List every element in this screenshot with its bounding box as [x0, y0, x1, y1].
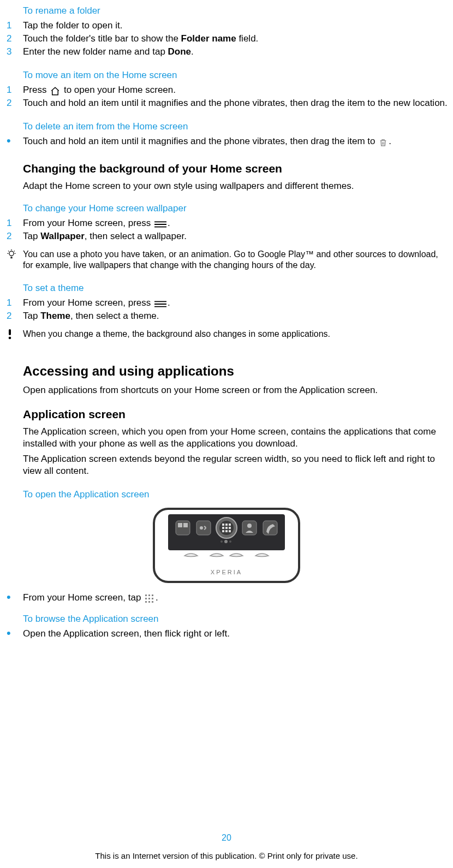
heading-application-screen: Application screen	[23, 407, 453, 421]
page-number: 20	[0, 833, 453, 843]
bullet-icon: •	[0, 592, 23, 603]
step-number: 2	[0, 230, 23, 242]
warning-text: When you change a theme, the background …	[23, 329, 453, 340]
heading-delete-item: To delete an item from the Home screen	[23, 121, 453, 132]
text-bold: Folder name	[181, 33, 236, 44]
svg-rect-19	[225, 530, 228, 532]
svg-point-9	[200, 526, 203, 530]
tip-note: You can use a photo you have taken, or a…	[0, 249, 453, 271]
paragraph: The Application screen extends beyond th…	[23, 453, 450, 477]
svg-point-2	[9, 337, 11, 340]
text-post: field.	[236, 33, 259, 44]
heading-rename-folder: To rename a folder	[23, 5, 453, 16]
step-text: Touch and hold an item until it magnifie…	[23, 97, 453, 109]
svg-rect-13	[225, 524, 228, 526]
step-text: Tap Wallpaper, then select a wallpaper.	[23, 230, 453, 242]
svg-rect-35	[148, 601, 150, 603]
svg-rect-30	[152, 594, 153, 596]
text-pre: Press	[23, 85, 49, 95]
phone-illustration: XPERIA	[0, 508, 453, 586]
svg-rect-5	[176, 521, 190, 535]
step-text: Touch and hold an item until it magnifie…	[23, 135, 453, 147]
paragraph: Adapt the Home screen to your own style …	[23, 180, 450, 192]
step-number: 1	[0, 84, 23, 96]
heading-browse-app-screen: To browse the Application screen	[23, 614, 453, 625]
warning-note: When you change a theme, the background …	[0, 329, 453, 342]
tip-icon	[0, 249, 23, 262]
svg-point-0	[9, 251, 14, 255]
step-number: 2	[0, 310, 23, 322]
menu-icon	[154, 221, 166, 228]
list-item: • Open the Application screen, then flic…	[0, 628, 453, 640]
svg-rect-1	[9, 329, 11, 335]
text-post: .	[156, 592, 158, 603]
svg-text:XPERIA: XPERIA	[211, 569, 242, 575]
heading-set-theme: To set a theme	[23, 283, 453, 294]
text-pre: Tap	[23, 231, 40, 241]
step-number: 1	[0, 297, 23, 309]
step-number: 1	[0, 217, 23, 229]
footer-text: This is an Internet version of this publ…	[0, 851, 453, 860]
list-item: 1 Tap the folder to open it.	[0, 20, 453, 32]
svg-point-26	[229, 540, 231, 543]
text-post: .	[191, 46, 194, 57]
text-pre: Touch the folder's title bar to show the	[23, 33, 181, 44]
text-pre: Enter the new folder name and tap	[23, 46, 168, 57]
svg-rect-7	[183, 523, 188, 527]
svg-rect-8	[196, 521, 211, 535]
apps-grid-icon	[145, 594, 154, 604]
step-text: Enter the new folder name and tap Done.	[23, 46, 453, 58]
bullet-icon: •	[0, 135, 23, 146]
menu-icon	[154, 300, 166, 308]
text-post: , then select a theme.	[70, 311, 159, 321]
heading-change-wallpaper: To change your Home screen wallpaper	[23, 203, 453, 214]
list-item: 1 From your Home screen, press .	[0, 217, 453, 229]
text-bold: Wallpaper	[40, 231, 85, 241]
list-item: • Touch and hold an item until it magnif…	[0, 135, 453, 147]
step-text: Tap the folder to open it.	[23, 20, 453, 32]
svg-rect-34	[145, 601, 147, 603]
home-icon	[50, 86, 60, 96]
step-text: Tap Theme, then select a theme.	[23, 310, 453, 322]
svg-rect-15	[222, 527, 224, 529]
content: To rename a folder 1 Tap the folder to o…	[0, 5, 453, 640]
step-text: Touch the folder's title bar to show the…	[23, 33, 453, 45]
svg-rect-12	[222, 524, 224, 526]
step-number: 1	[0, 20, 23, 32]
heading-accessing-apps: Accessing and using applications	[23, 364, 453, 379]
step-number: 2	[0, 97, 23, 109]
step-text: Open the Application screen, then flick …	[23, 628, 453, 640]
svg-rect-18	[222, 530, 224, 532]
text-pre: Touch and hold an item until it magnifie…	[23, 136, 378, 146]
list-item: 2 Touch and hold an item until it magnif…	[0, 97, 453, 109]
text-post: .	[389, 136, 391, 146]
text-pre: From your Home screen, tap	[23, 592, 144, 603]
svg-rect-32	[148, 598, 150, 599]
step-text: From your Home screen, press .	[23, 297, 453, 309]
heading-open-app-screen: To open the Application screen	[23, 489, 453, 500]
trash-icon	[379, 138, 388, 147]
step-text: From your Home screen, press .	[23, 217, 453, 229]
step-text: Press to open your Home screen.	[23, 84, 453, 96]
svg-rect-29	[148, 594, 150, 596]
svg-point-25	[220, 540, 223, 543]
step-text: From your Home screen, tap .	[23, 592, 453, 604]
svg-point-22	[247, 524, 252, 528]
warning-icon	[0, 329, 23, 342]
text-pre: Tap	[23, 311, 40, 321]
list-item: 2 Tap Wallpaper, then select a wallpaper…	[0, 230, 453, 242]
list-item: 1 Press to open your Home screen.	[0, 84, 453, 96]
list-item: • From your Home screen, tap .	[0, 592, 453, 604]
step-number: 3	[0, 46, 23, 58]
text-post: , then select a wallpaper.	[85, 231, 187, 241]
svg-rect-20	[229, 530, 231, 532]
list-item: 2 Touch the folder's title bar to show t…	[0, 33, 453, 45]
svg-point-24	[224, 540, 228, 543]
text-bold: Theme	[40, 311, 70, 321]
paragraph: The Application screen, which you open f…	[23, 426, 450, 450]
text-pre: From your Home screen, press	[23, 298, 153, 308]
text-pre: From your Home screen, press	[23, 218, 153, 228]
bullet-icon: •	[0, 628, 23, 639]
svg-rect-28	[145, 594, 147, 596]
page: To rename a folder 1 Tap the folder to o…	[0, 5, 453, 868]
